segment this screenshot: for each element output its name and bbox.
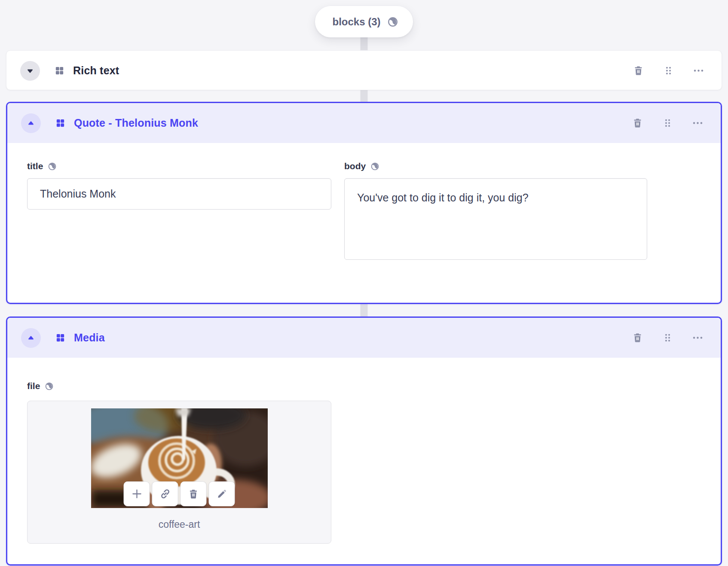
globe-icon [370, 162, 379, 171]
body-textarea[interactable]: You've got to dig it to dig it, you dig? [344, 178, 647, 260]
block-type-icon [55, 118, 65, 128]
link-icon [159, 488, 171, 500]
chevron-up-icon [25, 332, 37, 344]
remove-media-button[interactable] [180, 481, 207, 506]
block-rich-text: Rich text [6, 50, 722, 90]
file-name: coffee-art [159, 519, 200, 530]
block-editor-page: blocks (3) Rich text [0, 0, 728, 566]
globe-icon [48, 162, 57, 171]
expand-button[interactable] [20, 61, 40, 81]
block-type-icon [55, 66, 64, 76]
body-field-group: body You've got to dig it to dig it, you… [344, 161, 647, 303]
drag-handle-icon [663, 65, 674, 76]
globe-icon [387, 16, 398, 27]
block-title: Quote - Thelonius Monk [74, 117, 198, 129]
title-field-group: title [27, 161, 331, 303]
title-field-label: title [27, 161, 331, 171]
block-title: Media [74, 332, 105, 344]
trash-icon [188, 488, 199, 500]
trash-icon [632, 332, 643, 344]
drag-handle[interactable] [662, 332, 673, 343]
globe-icon [45, 382, 54, 391]
delete-block-button[interactable] [632, 332, 643, 344]
more-options-button[interactable] [692, 332, 704, 344]
add-media-button[interactable] [124, 481, 150, 506]
block-quote-header[interactable]: Quote - Thelonius Monk [7, 103, 721, 143]
ellipsis-icon [692, 117, 704, 129]
block-media-header[interactable]: Media [7, 318, 721, 358]
delete-block-button[interactable] [633, 65, 644, 76]
media-toolbar [124, 481, 235, 506]
block-media-body: file [7, 358, 721, 564]
chevron-up-icon [25, 118, 37, 129]
block-rich-text-header[interactable]: Rich text [6, 51, 722, 91]
breadcrumb[interactable]: blocks (3) [315, 6, 413, 37]
delete-block-button[interactable] [632, 117, 643, 129]
file-upload-panel: coffee-art [27, 401, 331, 544]
plus-icon [131, 488, 143, 500]
pencil-icon [216, 488, 228, 500]
trash-icon [633, 65, 644, 76]
title-input[interactable] [27, 178, 331, 210]
block-quote: Quote - Thelonius Monk title [6, 102, 722, 304]
edit-media-button[interactable] [209, 481, 235, 506]
drag-handle[interactable] [662, 118, 673, 128]
block-title: Rich text [73, 64, 119, 77]
drag-handle-icon [662, 118, 673, 128]
ellipsis-icon [692, 332, 704, 344]
breadcrumb-label: blocks (3) [332, 16, 380, 28]
more-options-button[interactable] [692, 117, 704, 129]
media-preview[interactable] [91, 408, 268, 508]
field-label-text: body [344, 161, 366, 171]
collapse-button[interactable] [21, 113, 41, 133]
block-media: Media file [6, 316, 722, 566]
field-label-text: title [27, 161, 43, 171]
drag-handle[interactable] [663, 65, 674, 76]
trash-icon [632, 117, 643, 129]
field-label-text: file [27, 381, 40, 391]
ellipsis-icon [693, 65, 704, 76]
block-type-icon [55, 333, 65, 343]
collapse-button[interactable] [21, 328, 41, 348]
file-field-label: file [27, 381, 701, 391]
more-options-button[interactable] [693, 65, 704, 76]
chevron-down-icon [24, 65, 36, 76]
block-quote-body: title body You've got to dig it to dig i… [7, 143, 721, 303]
body-field-label: body [344, 161, 647, 171]
link-media-button[interactable] [152, 481, 178, 506]
drag-handle-icon [662, 332, 673, 343]
